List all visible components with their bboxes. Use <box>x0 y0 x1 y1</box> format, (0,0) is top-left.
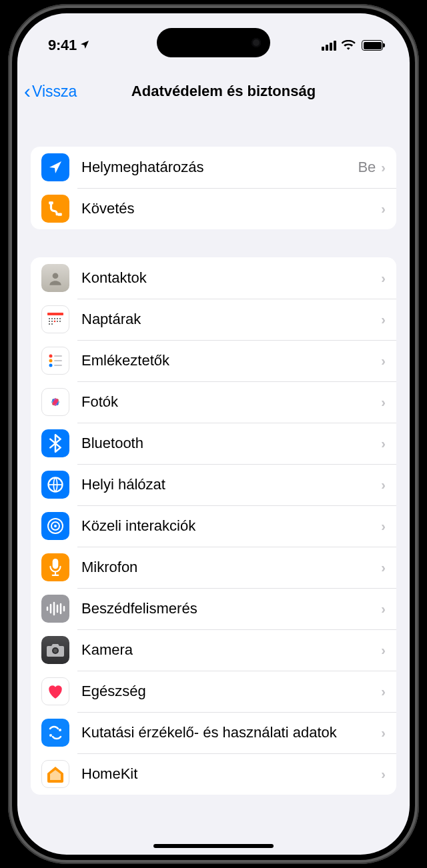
back-label: Vissza <box>32 83 77 101</box>
svg-point-13 <box>49 323 50 325</box>
row-research-sensor[interactable]: Kutatási érzékelő- és használati adatok … <box>31 712 396 753</box>
svg-rect-0 <box>49 201 53 204</box>
row-location-services[interactable]: Helymeghatározás Be › <box>31 147 396 188</box>
svg-point-14 <box>51 323 53 325</box>
row-homekit[interactable]: HomeKit › <box>31 753 396 795</box>
photos-icon <box>41 388 69 416</box>
reminders-icon <box>41 347 69 375</box>
row-tracking[interactable]: Követés › <box>31 188 396 229</box>
svg-point-2 <box>53 273 59 279</box>
row-label: Naptárak <box>81 311 381 327</box>
svg-point-18 <box>49 364 53 367</box>
dynamic-island <box>157 28 270 57</box>
svg-point-43 <box>49 734 52 737</box>
svg-rect-20 <box>54 360 62 361</box>
nav-bar: ‹ Vissza Adatvédelem és biztonság <box>17 73 410 109</box>
chevron-right-icon: › <box>381 436 386 451</box>
chevron-right-icon: › <box>381 477 386 493</box>
heart-icon <box>41 677 69 705</box>
chevron-right-icon: › <box>381 560 386 575</box>
phone-frame: 9:41 ‹ Vissza Adatvédelem és biztonság <box>8 4 419 864</box>
svg-point-10 <box>51 321 53 322</box>
row-bluetooth[interactable]: Bluetooth › <box>31 423 396 464</box>
row-label: HomeKit <box>81 765 381 782</box>
row-reminders[interactable]: Emlékeztetők › <box>31 340 396 381</box>
svg-point-11 <box>57 321 58 322</box>
svg-point-33 <box>54 525 57 527</box>
chevron-right-icon: › <box>381 684 386 699</box>
location-arrow-icon <box>79 39 90 50</box>
row-label: Mikrofon <box>81 559 381 575</box>
row-label: Kutatási érzékelő- és használati adatok <box>81 724 381 741</box>
location-arrow-icon <box>41 153 69 181</box>
svg-rect-19 <box>54 355 62 357</box>
chevron-right-icon: › <box>381 312 386 327</box>
row-value: Be <box>358 159 376 176</box>
row-microphone[interactable]: Mikrofon › <box>31 547 396 588</box>
globe-icon <box>41 471 69 499</box>
chevron-right-icon: › <box>381 395 386 410</box>
tracking-icon <box>41 195 69 223</box>
row-label: Beszédfelismerés <box>81 600 381 617</box>
battery-icon <box>362 40 383 51</box>
row-camera[interactable]: Kamera › <box>31 629 396 671</box>
calendar-icon <box>41 305 69 333</box>
row-contacts[interactable]: Kontaktok › <box>31 257 396 299</box>
row-label: Követés <box>81 200 381 217</box>
settings-group-apps: Kontaktok › Naptárak › Emlékeztetők › <box>31 257 396 795</box>
radar-icon <box>41 512 69 540</box>
sensor-data-icon <box>41 719 69 747</box>
svg-rect-21 <box>54 365 62 366</box>
row-photos[interactable]: Fotók › <box>31 381 396 423</box>
wifi-icon <box>342 40 356 51</box>
chevron-left-icon: ‹ <box>24 85 31 97</box>
back-button[interactable]: ‹ Vissza <box>24 83 77 101</box>
contacts-icon <box>41 264 69 292</box>
cellular-signal-icon <box>322 40 336 51</box>
svg-point-7 <box>57 318 58 319</box>
row-label: Egészség <box>81 683 381 699</box>
status-time: 9:41 <box>48 37 90 54</box>
row-speech-recognition[interactable]: Beszédfelismerés › <box>31 588 396 629</box>
chevron-right-icon: › <box>381 725 386 741</box>
svg-point-4 <box>49 318 50 319</box>
microphone-icon <box>41 553 69 581</box>
chevron-right-icon: › <box>381 601 386 617</box>
chevron-right-icon: › <box>381 519 386 534</box>
row-label: Kontaktok <box>81 269 381 286</box>
svg-rect-34 <box>53 559 59 569</box>
svg-point-6 <box>54 318 55 319</box>
row-calendars[interactable]: Naptárak › <box>31 299 396 340</box>
home-icon <box>41 760 69 788</box>
row-label: Kamera <box>81 641 381 658</box>
row-nearby-interactions[interactable]: Közeli interakciók › <box>31 505 396 547</box>
svg-point-5 <box>51 318 53 319</box>
bluetooth-icon <box>41 429 69 457</box>
svg-point-44 <box>59 729 61 731</box>
settings-group-location: Helymeghatározás Be › Követés › <box>31 147 396 229</box>
svg-rect-3 <box>47 313 63 315</box>
chevron-right-icon: › <box>381 767 386 782</box>
chevron-right-icon: › <box>381 643 386 658</box>
svg-rect-1 <box>57 213 62 216</box>
row-health[interactable]: Egészség › <box>31 671 396 712</box>
row-label: Helyi hálózat <box>81 476 381 493</box>
content-scroll[interactable]: Helymeghatározás Be › Követés › <box>17 147 410 855</box>
screen: 9:41 ‹ Vissza Adatvédelem és biztonság <box>17 13 410 855</box>
svg-point-42 <box>53 649 57 653</box>
chevron-right-icon: › <box>381 201 386 217</box>
chevron-right-icon: › <box>381 353 386 369</box>
row-label: Bluetooth <box>81 435 381 451</box>
chevron-right-icon: › <box>381 271 386 286</box>
svg-point-17 <box>49 359 53 363</box>
svg-point-12 <box>59 321 61 322</box>
row-label: Fotók <box>81 393 381 410</box>
row-label: Helymeghatározás <box>81 159 358 175</box>
row-local-network[interactable]: Helyi hálózat › <box>31 464 396 505</box>
chevron-right-icon: › <box>381 160 386 175</box>
home-indicator[interactable] <box>153 844 274 848</box>
svg-point-15 <box>54 321 56 323</box>
svg-point-16 <box>49 355 53 358</box>
svg-point-9 <box>49 321 50 322</box>
camera-icon <box>41 636 69 664</box>
